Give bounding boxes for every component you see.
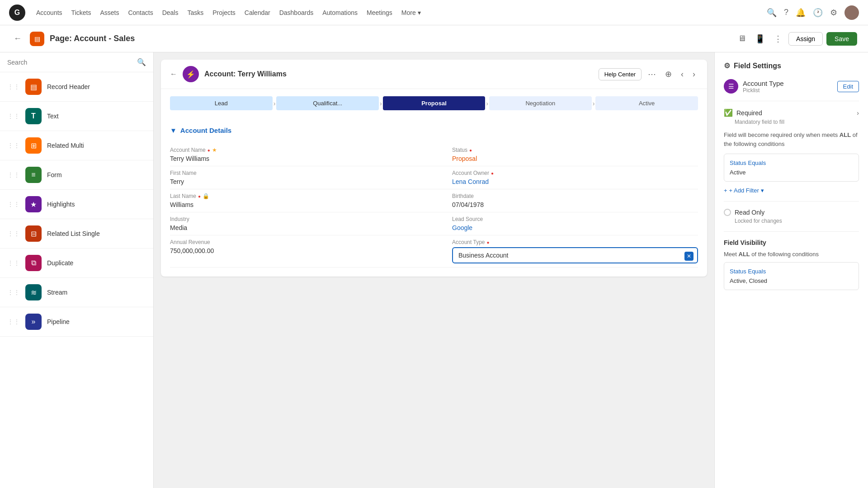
app-logo[interactable]: G (9, 5, 25, 21)
field-type-row: ☰ Account Type Picklist Edit (724, 79, 859, 94)
field-grid: Account Name ● ★ Terry Williams Status ●… (170, 143, 698, 267)
nav-accounts[interactable]: Accounts (36, 9, 62, 16)
history-icon[interactable]: 🕐 (813, 8, 823, 18)
read-only-radio[interactable] (724, 209, 731, 216)
required-dot: ● (198, 194, 201, 199)
sidebar-item-related-multi[interactable]: ⋮⋮ ⊞ Related Multi (0, 131, 153, 160)
text-icon: T (25, 108, 42, 124)
lead-source-value[interactable]: Google (452, 224, 698, 231)
required-dot: ● (469, 148, 472, 153)
top-nav: G Accounts Tickets Assets Contacts Deals… (0, 0, 868, 25)
sidebar-item-text[interactable]: ⋮⋮ T Text (0, 102, 153, 131)
step-negotiation[interactable]: Negotiation (489, 96, 592, 110)
add-filter-button[interactable]: + + Add Filter ▾ (724, 187, 764, 194)
page-icon: ▤ (30, 32, 44, 46)
sidebar-item-record-header[interactable]: ⋮⋮ ▤ Record Header (0, 72, 153, 102)
record-header-actions: Help Center ⋯ ⊕ ‹ › (599, 67, 698, 81)
required-row: ✅ Required › (724, 108, 859, 117)
step-proposal[interactable]: Proposal (383, 96, 486, 110)
desktop-view-button[interactable]: 🖥 (735, 32, 749, 45)
help-icon[interactable]: ? (784, 8, 788, 17)
chevron-down-icon: ▼ (170, 127, 177, 134)
account-owner-value[interactable]: Lena Conrad (452, 178, 698, 185)
account-name-value: Terry Williams (170, 155, 434, 162)
nav-dashboards[interactable]: Dashboards (279, 9, 314, 16)
required-dot: ● (491, 171, 494, 176)
birthdate-cell: Birthdate 07/04/1978 (434, 189, 698, 212)
sidebar-search-input[interactable] (7, 59, 133, 66)
record-more-button[interactable]: ⋯ (645, 67, 659, 81)
nav-contacts[interactable]: Contacts (128, 9, 153, 16)
search-icon[interactable]: 🔍 (767, 8, 777, 18)
drag-handle-icon: ⋮⋮ (7, 113, 20, 120)
page-header-actions: 🖥 📱 ⋮ Assign Save (735, 32, 857, 46)
mobile-view-button[interactable]: 📱 (752, 32, 768, 46)
field-settings-title: Field Settings (734, 62, 781, 70)
section-title: Account Details (180, 127, 231, 134)
step-lead[interactable]: Lead (170, 96, 273, 110)
sidebar-item-highlights[interactable]: ⋮⋮ ★ Highlights (0, 190, 153, 219)
assign-button[interactable]: Assign (788, 32, 823, 46)
step-active[interactable]: Active (595, 96, 698, 110)
related-list-single-icon: ⊟ (25, 225, 42, 242)
drag-handle-icon: ⋮⋮ (7, 289, 20, 296)
settings-icon[interactable]: ⚙ (830, 8, 837, 18)
condition2-link[interactable]: Status Equals (730, 268, 853, 275)
sidebar-item-label: Text (47, 113, 59, 120)
more-options-button[interactable]: ⋮ (771, 32, 785, 46)
field-type-icon: ☰ (724, 79, 738, 94)
drag-handle-icon: ⋮⋮ (7, 259, 20, 267)
account-type-field[interactable]: Business Account ✕ (452, 247, 698, 263)
main-layout: 🔍 ⋮⋮ ▤ Record Header ⋮⋮ T Text ⋮⋮ ⊞ Rela… (0, 52, 868, 488)
condition1-link[interactable]: Status Equals (730, 160, 853, 166)
sidebar-item-label: Related Multi (47, 142, 84, 149)
nav-meetings[interactable]: Meetings (367, 9, 392, 16)
sidebar-item-label: Stream (47, 289, 67, 296)
account-type-value: Business Account (458, 252, 692, 259)
duplicate-icon: ⧉ (25, 255, 42, 271)
record-back-button[interactable]: ← (170, 70, 177, 78)
section-header[interactable]: ▼ Account Details (170, 127, 698, 134)
edit-button[interactable]: Edit (837, 81, 859, 92)
field-type-info: ☰ Account Type Picklist (724, 79, 784, 94)
save-button[interactable]: Save (826, 32, 857, 46)
account-type-close-button[interactable]: ✕ (684, 252, 693, 261)
sidebar-item-stream[interactable]: ⋮⋮ ≋ Stream (0, 278, 153, 307)
sidebar-item-duplicate[interactable]: ⋮⋮ ⧉ Duplicate (0, 249, 153, 278)
chevron-right-icon[interactable]: › (857, 109, 859, 117)
nav-automations[interactable]: Automations (322, 9, 358, 16)
step-qualification[interactable]: Qualificat... (276, 96, 379, 110)
nav-tickets[interactable]: Tickets (71, 9, 91, 16)
nav-actions: 🔍 ? 🔔 🕐 ⚙ (767, 5, 859, 20)
back-button[interactable]: ← (11, 32, 24, 45)
required-section: ✅ Required › Mandatory field to fill Fie… (724, 108, 859, 194)
account-type-cell: Account Type ● Business Account ✕ (434, 235, 698, 267)
last-name-value: Williams (170, 201, 434, 208)
drag-handle-icon: ⋮⋮ (7, 171, 20, 178)
conditions-text: Field will become required only when mee… (724, 131, 859, 148)
avatar[interactable] (844, 5, 859, 20)
nav-projects[interactable]: Projects (212, 9, 236, 16)
sidebar-item-pipeline[interactable]: ⋮⋮ » Pipeline (0, 307, 153, 337)
nav-assets[interactable]: Assets (100, 9, 119, 16)
record-add-button[interactable]: ⊕ (662, 67, 675, 81)
nav-more[interactable]: More ▾ (401, 9, 421, 16)
sidebar-item-label: Form (47, 171, 62, 178)
read-only-section: Read Only Locked for changes (724, 209, 859, 224)
notification-icon[interactable]: 🔔 (796, 8, 806, 18)
annual-revenue-cell: Annual Revenue 750,000,000.00 (170, 235, 434, 267)
annual-revenue-value: 750,000,000.00 (170, 247, 434, 254)
birthdate-label: Birthdate (452, 193, 698, 199)
record-prev-button[interactable]: ‹ (678, 68, 686, 81)
sidebar-item-label: Duplicate (47, 259, 73, 267)
nav-calendar[interactable]: Calendar (245, 9, 270, 16)
required-dot: ● (487, 240, 490, 245)
sidebar-item-form[interactable]: ⋮⋮ ≡ Form (0, 160, 153, 190)
field-visibility-section: Field Visibility Meet ALL of the followi… (724, 239, 859, 290)
sidebar-item-related-list-single[interactable]: ⋮⋮ ⊟ Related List Single (0, 219, 153, 249)
nav-deals[interactable]: Deals (162, 9, 179, 16)
center-content: ← ⚡ Account: Terry Williams Help Center … (154, 52, 714, 488)
help-center-button[interactable]: Help Center (599, 68, 642, 80)
record-next-button[interactable]: › (690, 68, 698, 81)
nav-tasks[interactable]: Tasks (187, 9, 203, 16)
